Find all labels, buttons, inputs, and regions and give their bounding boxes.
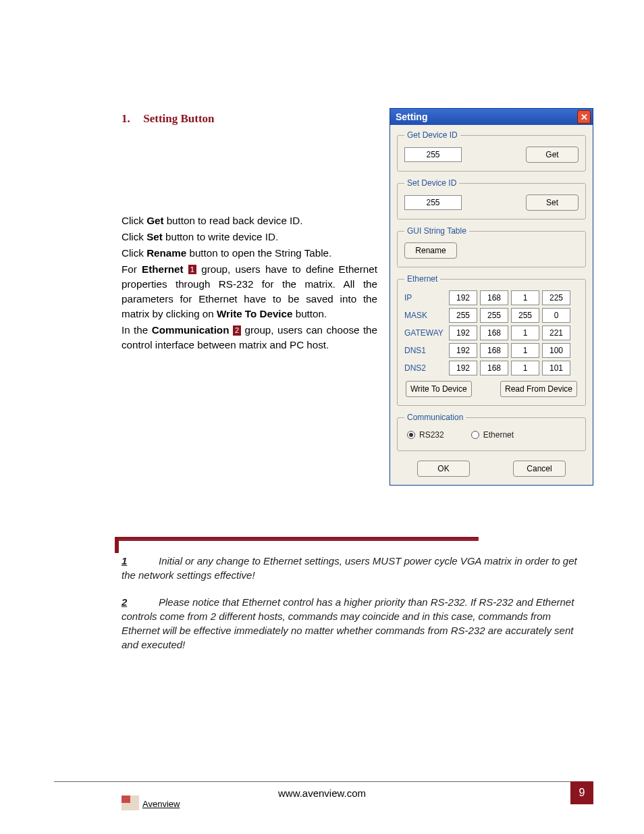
radio-rs232-label: RS232 bbox=[419, 430, 444, 440]
footer-rule bbox=[54, 781, 593, 782]
mask-octet-2[interactable] bbox=[480, 308, 508, 323]
group-communication: Communication RS232 Ethernet bbox=[397, 413, 586, 451]
gateway-octet-1[interactable] bbox=[449, 325, 477, 340]
paragraph-get: Click Get button to read back device ID. bbox=[122, 213, 377, 228]
label-ip: IP bbox=[404, 293, 446, 303]
radio-rs232[interactable]: RS232 bbox=[407, 430, 444, 440]
dns2-octet-4[interactable] bbox=[542, 361, 570, 375]
section-divider bbox=[115, 537, 479, 544]
dns2-octet-1[interactable] bbox=[449, 361, 477, 375]
close-icon: ✕ bbox=[581, 112, 588, 122]
legend-gui-string-table: GUI String Table bbox=[404, 226, 469, 236]
group-get-device-id: Get Device ID Get bbox=[397, 130, 586, 172]
get-device-id-input[interactable] bbox=[404, 147, 462, 162]
label-dns2: DNS2 bbox=[404, 363, 446, 373]
legend-get-device-id: Get Device ID bbox=[404, 130, 460, 140]
dialog-title: Setting bbox=[396, 111, 427, 122]
radio-icon bbox=[471, 431, 479, 439]
group-set-device-id: Set Device ID Set bbox=[397, 178, 586, 219]
footnote-2-text: Please notice that Ethernet control has … bbox=[122, 596, 574, 651]
gateway-octet-2[interactable] bbox=[480, 325, 508, 340]
ethernet-row-dns1: DNS1 bbox=[404, 343, 579, 358]
rename-button[interactable]: Rename bbox=[404, 242, 457, 259]
get-button[interactable]: Get bbox=[526, 147, 579, 163]
footnote-2: 2Please notice that Ethernet control has… bbox=[122, 595, 583, 652]
mask-octet-4[interactable] bbox=[542, 308, 570, 323]
group-ethernet: Ethernet IP MASK bbox=[397, 274, 586, 406]
dns1-octet-3[interactable] bbox=[511, 343, 539, 358]
dns1-octet-2[interactable] bbox=[480, 343, 508, 358]
gateway-octet-3[interactable] bbox=[511, 325, 539, 340]
write-to-device-button[interactable]: Write To Device bbox=[406, 381, 472, 397]
ethernet-table: IP MASK GATEWAY bbox=[404, 290, 579, 375]
mask-octet-3[interactable] bbox=[511, 308, 539, 323]
radio-icon bbox=[407, 431, 415, 439]
legend-set-device-id: Set Device ID bbox=[404, 178, 459, 188]
footnote-1-number: 1 bbox=[122, 554, 159, 568]
footnote-1: 1Initial or any change to Ethernet setti… bbox=[122, 554, 583, 583]
ethernet-row-mask: MASK bbox=[404, 308, 579, 323]
dns2-octet-2[interactable] bbox=[480, 361, 508, 375]
dialog-titlebar: Setting ✕ bbox=[390, 109, 593, 125]
footnote-marker-2: 2 bbox=[233, 325, 241, 335]
label-mask: MASK bbox=[404, 311, 446, 320]
mask-octet-1[interactable] bbox=[449, 308, 477, 323]
dns1-octet-1[interactable] bbox=[449, 343, 477, 358]
ip-octet-4[interactable] bbox=[542, 290, 570, 305]
footnotes: 1Initial or any change to Ethernet setti… bbox=[122, 554, 583, 664]
logo-icon bbox=[122, 796, 140, 812]
footer-logo: Avenview bbox=[122, 796, 180, 812]
body-text: Click Get button to read back device ID.… bbox=[122, 213, 377, 353]
ethernet-row-gateway: GATEWAY bbox=[404, 325, 579, 340]
heading-text: Setting Button bbox=[143, 112, 214, 125]
heading-number: 1. bbox=[122, 112, 140, 126]
label-gateway: GATEWAY bbox=[404, 328, 446, 338]
setting-dialog: Setting ✕ Get Device ID Get Set Device I… bbox=[390, 108, 593, 486]
ethernet-row-ip: IP bbox=[404, 290, 579, 305]
gateway-octet-4[interactable] bbox=[542, 325, 570, 340]
label-dns1: DNS1 bbox=[404, 346, 446, 355]
ip-octet-1[interactable] bbox=[449, 290, 477, 305]
set-button[interactable]: Set bbox=[526, 194, 579, 211]
legend-communication: Communication bbox=[404, 413, 466, 422]
page-number: 9 bbox=[570, 781, 593, 804]
legend-ethernet: Ethernet bbox=[404, 274, 440, 284]
ip-octet-3[interactable] bbox=[511, 290, 539, 305]
ethernet-row-dns2: DNS2 bbox=[404, 361, 579, 375]
close-button[interactable]: ✕ bbox=[577, 110, 591, 124]
paragraph-rename: Click Rename button to open the String T… bbox=[122, 246, 377, 261]
radio-ethernet-label: Ethernet bbox=[483, 430, 514, 440]
dns2-octet-3[interactable] bbox=[511, 361, 539, 375]
group-gui-string-table: GUI String Table Rename bbox=[397, 226, 586, 267]
paragraph-set: Click Set button to write device ID. bbox=[122, 230, 377, 244]
paragraph-communication: In the Communication 2 group, users can … bbox=[122, 323, 377, 353]
read-from-device-button[interactable]: Read From Device bbox=[500, 381, 577, 397]
footnote-2-number: 2 bbox=[122, 595, 159, 609]
ip-octet-2[interactable] bbox=[480, 290, 508, 305]
paragraph-ethernet: For Ethernet 1 group, users have to defi… bbox=[122, 262, 377, 321]
footer-url: www.avenview.com bbox=[0, 787, 644, 799]
logo-text: Avenview bbox=[142, 799, 180, 809]
section-heading: 1. Setting Button bbox=[122, 112, 377, 126]
cancel-button[interactable]: Cancel bbox=[513, 461, 566, 477]
set-device-id-input[interactable] bbox=[404, 195, 462, 210]
ok-button[interactable]: OK bbox=[417, 461, 470, 477]
radio-ethernet[interactable]: Ethernet bbox=[471, 430, 514, 440]
footnote-1-text: Initial or any change to Ethernet settin… bbox=[122, 555, 577, 581]
dns1-octet-4[interactable] bbox=[542, 343, 570, 358]
footnote-marker-1: 1 bbox=[188, 265, 196, 274]
